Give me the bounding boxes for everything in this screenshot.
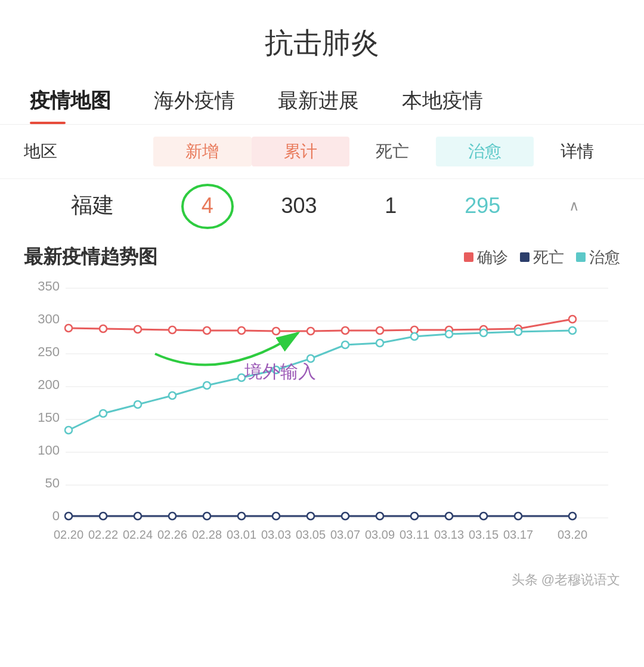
svg-point-73 [445, 512, 453, 520]
table-header: 地区 新增 累计 死亡 治愈 详情 [0, 125, 644, 178]
svg-point-70 [342, 512, 349, 520]
chart-area: 境外输入 350 300 250 200 150 100 50 0 02.20 … [24, 276, 620, 563]
svg-point-71 [376, 512, 383, 520]
svg-text:02.28: 02.28 [192, 528, 222, 541]
nav-tabs: 疫情地图 海外疫情 最新进展 本地疫情 [0, 80, 644, 125]
svg-point-41 [376, 327, 383, 334]
cell-death: 1 [345, 193, 436, 218]
col-header-death: 死亡 [349, 140, 436, 163]
svg-text:03.13: 03.13 [434, 528, 464, 541]
svg-point-52 [238, 374, 245, 381]
page-title: 抗击肺炎 [0, 0, 644, 80]
cell-region: 福建 [24, 191, 162, 220]
svg-point-48 [100, 410, 107, 417]
legend-heal: 治愈 [576, 247, 620, 268]
svg-point-40 [342, 327, 349, 334]
svg-text:03.05: 03.05 [296, 528, 326, 541]
svg-text:03.07: 03.07 [330, 528, 360, 541]
svg-point-64 [134, 512, 141, 520]
svg-text:03.11: 03.11 [400, 528, 429, 541]
svg-text:100: 100 [38, 443, 60, 458]
svg-point-56 [376, 339, 383, 347]
svg-text:02.24: 02.24 [123, 528, 153, 541]
svg-point-55 [342, 341, 349, 348]
trend-title: 最新疫情趋势图 [24, 244, 464, 270]
svg-text:03.01: 03.01 [227, 528, 256, 541]
col-header-heal: 治愈 [436, 137, 534, 166]
legend: 确诊 死亡 治愈 [464, 247, 620, 268]
svg-point-46 [569, 316, 576, 323]
svg-point-37 [238, 327, 245, 334]
svg-text:50: 50 [45, 475, 60, 490]
legend-dot-death [520, 252, 530, 262]
cell-heal: 295 [436, 193, 528, 218]
chart-svg: 350 300 250 200 150 100 50 0 02.20 02.22… [24, 276, 620, 563]
svg-text:02.26: 02.26 [157, 528, 187, 541]
svg-text:02.20: 02.20 [54, 528, 83, 541]
svg-point-61 [569, 327, 576, 334]
legend-dot-heal [576, 252, 586, 262]
svg-point-59 [480, 329, 487, 336]
col-header-new: 新增 [153, 137, 252, 166]
svg-point-38 [273, 328, 280, 335]
svg-point-32 [65, 325, 72, 332]
svg-point-65 [169, 512, 176, 520]
svg-point-76 [569, 512, 576, 520]
svg-point-69 [307, 512, 314, 520]
svg-text:0: 0 [52, 508, 60, 523]
svg-point-58 [445, 331, 453, 338]
svg-text:200: 200 [38, 377, 60, 392]
svg-point-34 [134, 326, 141, 333]
svg-text:250: 250 [38, 344, 60, 359]
svg-text:03.03: 03.03 [261, 528, 291, 541]
svg-point-57 [411, 333, 418, 340]
tab-latest[interactable]: 最新进展 [256, 80, 380, 124]
svg-point-49 [134, 401, 141, 408]
svg-point-33 [100, 325, 107, 332]
cell-total: 303 [253, 193, 345, 218]
col-header-detail: 详情 [534, 140, 620, 163]
svg-text:03.17: 03.17 [503, 528, 533, 541]
svg-point-68 [273, 512, 280, 520]
col-header-total: 累计 [252, 137, 350, 166]
svg-point-62 [65, 512, 72, 520]
svg-point-54 [307, 355, 314, 362]
svg-point-74 [480, 512, 487, 520]
trend-header: 最新疫情趋势图 确诊 死亡 治愈 [24, 244, 620, 270]
tab-local[interactable]: 本地疫情 [380, 80, 504, 124]
svg-text:02.22: 02.22 [88, 528, 118, 541]
expand-icon[interactable]: ∧ [528, 197, 620, 214]
legend-death: 死亡 [520, 247, 564, 268]
svg-point-67 [238, 512, 245, 520]
trend-section: 最新疫情趋势图 确诊 死亡 治愈 境外输入 [0, 232, 644, 569]
svg-point-72 [411, 512, 418, 520]
data-row-fujian: 福建 4 303 1 295 ∧ [0, 178, 644, 232]
svg-point-51 [203, 382, 210, 389]
svg-text:350: 350 [38, 279, 60, 294]
svg-point-36 [203, 327, 210, 334]
svg-text:150: 150 [38, 410, 60, 425]
svg-point-35 [169, 326, 176, 334]
svg-point-39 [307, 328, 314, 335]
svg-text:300: 300 [38, 311, 60, 326]
tab-epidemic-map[interactable]: 疫情地图 [24, 80, 132, 124]
svg-point-60 [515, 328, 522, 335]
cell-new: 4 [162, 193, 253, 218]
svg-point-47 [65, 427, 72, 434]
svg-point-50 [169, 392, 176, 399]
svg-point-66 [203, 512, 210, 520]
svg-point-53 [273, 366, 280, 373]
svg-text:03.20: 03.20 [558, 528, 587, 541]
watermark: 头条 @老穆说语文 [0, 569, 644, 595]
col-header-region: 地区 [24, 140, 153, 163]
svg-text:03.15: 03.15 [469, 528, 499, 541]
svg-text:03.09: 03.09 [365, 528, 395, 541]
svg-point-75 [515, 512, 522, 520]
legend-confirmed: 确诊 [464, 247, 508, 268]
svg-point-63 [100, 512, 107, 520]
legend-dot-confirmed [464, 252, 473, 262]
tab-overseas[interactable]: 海外疫情 [132, 80, 256, 124]
